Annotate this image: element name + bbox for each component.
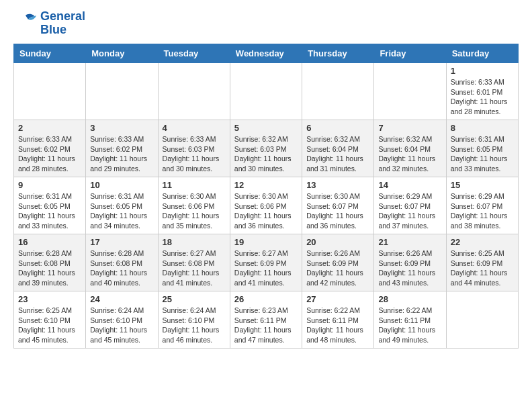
calendar-day-cell: 2Sunrise: 6:33 AM Sunset: 6:02 PM Daylig…	[14, 120, 86, 177]
day-info: Sunrise: 6:22 AM Sunset: 6:11 PM Dayligh…	[378, 306, 441, 345]
day-number: 25	[163, 294, 226, 304]
calendar-day-cell: 1Sunrise: 6:33 AM Sunset: 6:01 PM Daylig…	[446, 63, 518, 120]
calendar-day-cell: 14Sunrise: 6:29 AM Sunset: 6:07 PM Dayli…	[374, 177, 446, 234]
calendar-day-cell: 21Sunrise: 6:26 AM Sunset: 6:09 PM Dayli…	[374, 234, 446, 291]
day-number: 21	[378, 237, 441, 247]
calendar-day-cell: 6Sunrise: 6:32 AM Sunset: 6:04 PM Daylig…	[302, 120, 374, 177]
day-info: Sunrise: 6:31 AM Sunset: 6:05 PM Dayligh…	[451, 134, 514, 174]
calendar-day-cell: 25Sunrise: 6:24 AM Sunset: 6:10 PM Dayli…	[158, 291, 230, 349]
calendar-day-cell: 20Sunrise: 6:26 AM Sunset: 6:09 PM Dayli…	[302, 234, 374, 291]
weekday-header: Friday	[374, 44, 446, 63]
day-number: 16	[18, 237, 81, 247]
calendar-day-cell	[230, 63, 302, 120]
day-number: 27	[306, 294, 369, 304]
day-number: 14	[378, 180, 441, 190]
day-info: Sunrise: 6:33 AM Sunset: 6:02 PM Dayligh…	[18, 134, 81, 174]
weekday-header: Thursday	[302, 44, 374, 63]
day-info: Sunrise: 6:29 AM Sunset: 6:07 PM Dayligh…	[451, 191, 514, 231]
logo-container: General Blue	[13, 10, 85, 37]
day-number: 5	[234, 123, 298, 133]
logo: General Blue	[13, 10, 85, 37]
day-info: Sunrise: 6:29 AM Sunset: 6:07 PM Dayligh…	[378, 191, 441, 231]
calendar-day-cell	[302, 63, 374, 120]
calendar-day-cell	[86, 63, 158, 120]
calendar-day-cell: 18Sunrise: 6:27 AM Sunset: 6:08 PM Dayli…	[158, 234, 230, 291]
day-number: 7	[378, 123, 441, 133]
day-number: 10	[90, 180, 153, 190]
day-number: 28	[378, 294, 441, 304]
day-number: 8	[451, 123, 514, 133]
calendar-day-cell: 13Sunrise: 6:30 AM Sunset: 6:07 PM Dayli…	[302, 177, 374, 234]
weekday-header: Sunday	[14, 44, 86, 63]
calendar-day-cell: 9Sunrise: 6:31 AM Sunset: 6:05 PM Daylig…	[14, 177, 86, 234]
calendar-week-row: 16Sunrise: 6:28 AM Sunset: 6:08 PM Dayli…	[14, 234, 519, 291]
day-info: Sunrise: 6:22 AM Sunset: 6:11 PM Dayligh…	[306, 306, 369, 345]
day-info: Sunrise: 6:32 AM Sunset: 6:04 PM Dayligh…	[378, 134, 441, 174]
day-info: Sunrise: 6:26 AM Sunset: 6:09 PM Dayligh…	[306, 248, 369, 288]
day-info: Sunrise: 6:31 AM Sunset: 6:05 PM Dayligh…	[90, 191, 153, 231]
calendar-day-cell	[446, 291, 518, 349]
day-number: 9	[18, 180, 81, 190]
day-number: 13	[306, 180, 369, 190]
calendar-day-cell: 7Sunrise: 6:32 AM Sunset: 6:04 PM Daylig…	[374, 120, 446, 177]
day-number: 6	[306, 123, 369, 133]
calendar-day-cell: 15Sunrise: 6:29 AM Sunset: 6:07 PM Dayli…	[446, 177, 518, 234]
day-info: Sunrise: 6:30 AM Sunset: 6:07 PM Dayligh…	[306, 191, 369, 231]
weekday-header: Wednesday	[230, 44, 302, 63]
calendar-day-cell: 4Sunrise: 6:33 AM Sunset: 6:03 PM Daylig…	[158, 120, 230, 177]
calendar-day-cell: 3Sunrise: 6:33 AM Sunset: 6:02 PM Daylig…	[86, 120, 158, 177]
calendar-week-row: 2Sunrise: 6:33 AM Sunset: 6:02 PM Daylig…	[14, 120, 519, 177]
weekday-header: Saturday	[446, 44, 518, 63]
day-info: Sunrise: 6:24 AM Sunset: 6:10 PM Dayligh…	[90, 306, 153, 345]
day-number: 3	[90, 123, 153, 133]
calendar-day-cell: 19Sunrise: 6:27 AM Sunset: 6:09 PM Dayli…	[230, 234, 302, 291]
day-number: 19	[234, 237, 298, 247]
calendar-day-cell: 28Sunrise: 6:22 AM Sunset: 6:11 PM Dayli…	[374, 291, 446, 349]
logo-icon-wrapper	[13, 10, 38, 37]
day-number: 26	[234, 294, 298, 304]
calendar-day-cell: 8Sunrise: 6:31 AM Sunset: 6:05 PM Daylig…	[446, 120, 518, 177]
day-number: 4	[163, 123, 226, 133]
day-info: Sunrise: 6:23 AM Sunset: 6:11 PM Dayligh…	[234, 306, 298, 345]
calendar-day-cell: 26Sunrise: 6:23 AM Sunset: 6:11 PM Dayli…	[230, 291, 302, 349]
day-info: Sunrise: 6:25 AM Sunset: 6:09 PM Dayligh…	[451, 248, 514, 288]
day-number: 15	[451, 180, 514, 190]
day-number: 24	[90, 294, 153, 304]
calendar-header-row: SundayMondayTuesdayWednesdayThursdayFrid…	[14, 44, 519, 63]
day-number: 12	[234, 180, 298, 190]
calendar-day-cell: 10Sunrise: 6:31 AM Sunset: 6:05 PM Dayli…	[86, 177, 158, 234]
day-info: Sunrise: 6:33 AM Sunset: 6:03 PM Dayligh…	[163, 134, 226, 174]
day-info: Sunrise: 6:32 AM Sunset: 6:04 PM Dayligh…	[306, 134, 369, 174]
calendar-day-cell: 5Sunrise: 6:32 AM Sunset: 6:03 PM Daylig…	[230, 120, 302, 177]
day-info: Sunrise: 6:33 AM Sunset: 6:02 PM Dayligh…	[90, 134, 153, 174]
calendar-day-cell: 11Sunrise: 6:30 AM Sunset: 6:06 PM Dayli…	[158, 177, 230, 234]
day-info: Sunrise: 6:26 AM Sunset: 6:09 PM Dayligh…	[378, 248, 441, 288]
calendar-day-cell: 24Sunrise: 6:24 AM Sunset: 6:10 PM Dayli…	[86, 291, 158, 349]
day-info: Sunrise: 6:32 AM Sunset: 6:03 PM Dayligh…	[234, 134, 298, 174]
logo-text: General Blue	[40, 10, 85, 37]
calendar-day-cell	[14, 63, 86, 120]
day-info: Sunrise: 6:25 AM Sunset: 6:10 PM Dayligh…	[18, 306, 81, 345]
weekday-header: Monday	[86, 44, 158, 63]
day-number: 22	[451, 237, 514, 247]
day-info: Sunrise: 6:30 AM Sunset: 6:06 PM Dayligh…	[163, 191, 226, 231]
day-info: Sunrise: 6:24 AM Sunset: 6:10 PM Dayligh…	[163, 306, 226, 345]
page-container: General Blue SundayMondayTuesdayWednesda…	[0, 0, 532, 359]
calendar-day-cell: 16Sunrise: 6:28 AM Sunset: 6:08 PM Dayli…	[14, 234, 86, 291]
day-number: 11	[163, 180, 226, 190]
day-number: 18	[163, 237, 226, 247]
day-info: Sunrise: 6:28 AM Sunset: 6:08 PM Dayligh…	[90, 248, 153, 288]
calendar-week-row: 1Sunrise: 6:33 AM Sunset: 6:01 PM Daylig…	[14, 63, 519, 120]
calendar-day-cell: 12Sunrise: 6:30 AM Sunset: 6:06 PM Dayli…	[230, 177, 302, 234]
day-number: 17	[90, 237, 153, 247]
day-info: Sunrise: 6:31 AM Sunset: 6:05 PM Dayligh…	[18, 191, 81, 231]
day-number: 2	[18, 123, 81, 133]
page-header: General Blue	[13, 10, 519, 37]
calendar-table: SundayMondayTuesdayWednesdayThursdayFrid…	[13, 44, 519, 349]
calendar-day-cell: 17Sunrise: 6:28 AM Sunset: 6:08 PM Dayli…	[86, 234, 158, 291]
calendar-week-row: 23Sunrise: 6:25 AM Sunset: 6:10 PM Dayli…	[14, 291, 519, 349]
day-number: 20	[306, 237, 369, 247]
calendar-day-cell: 27Sunrise: 6:22 AM Sunset: 6:11 PM Dayli…	[302, 291, 374, 349]
day-info: Sunrise: 6:28 AM Sunset: 6:08 PM Dayligh…	[18, 248, 81, 288]
logo-bird-icon	[13, 10, 38, 34]
